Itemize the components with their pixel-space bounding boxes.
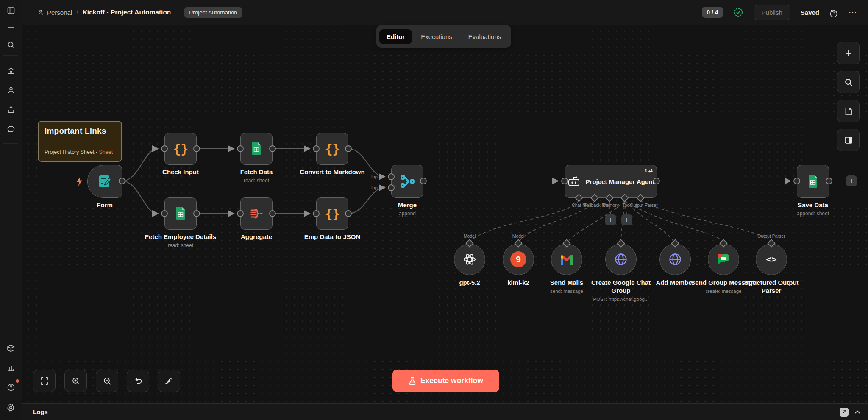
workflow-editor-app: Personal / Kickoff - Project Automation … (0, 0, 868, 420)
trigger-bolt-icon (75, 176, 84, 186)
sticky-note-title: Important Links (45, 126, 115, 136)
node-convert-to-markdown[interactable]: {} Convert to Markdown (316, 133, 348, 165)
merge-input1-label: Input 1 (371, 174, 385, 179)
agent-port-memory-label: Memory (603, 203, 619, 208)
canvas-search-button[interactable] (837, 71, 860, 93)
sidebar-divider (3, 143, 18, 144)
panel-right-icon (844, 136, 853, 145)
sidebar-insights-icon[interactable] (4, 361, 18, 375)
add-next-node-button[interactable]: + (846, 175, 857, 186)
workflow-canvas[interactable] (22, 25, 868, 403)
node-check-input[interactable]: {} Check Input (164, 133, 197, 165)
execute-workflow-button[interactable]: Execute workflow (392, 370, 499, 392)
kimi-icon: 9 (510, 251, 526, 267)
sidebar-home-icon[interactable] (4, 64, 18, 78)
workflow-title[interactable]: Kickoff - Project Automation (83, 8, 171, 16)
subnode-add-member[interactable]: Add Member (659, 244, 691, 275)
sidebar-share-icon[interactable] (4, 103, 18, 117)
http-globe-icon (614, 252, 628, 267)
subnode-structured-output-parser[interactable]: <> Structured Output Parser (756, 244, 787, 275)
agent-iterations-badge: 1⇄ (645, 167, 653, 174)
breadcrumb: Personal / Kickoff - Project Automation … (37, 7, 242, 18)
issues-counter[interactable]: 0 / 4 (702, 7, 723, 18)
sidebar-search-icon[interactable] (4, 38, 18, 52)
merge-input2-label: Input 2 (371, 185, 385, 190)
tab-editor[interactable]: Editor (379, 29, 412, 44)
undo-button[interactable] (127, 370, 149, 392)
subnode-send-mails[interactable]: Send Mails send: message (551, 244, 582, 275)
logs-popout-icon[interactable] (840, 408, 849, 417)
openai-icon (462, 252, 477, 267)
node-project-manager-agent[interactable]: Project Manager Agent 1⇄ (565, 165, 657, 198)
zoom-in-button[interactable] (64, 370, 87, 392)
toggle-right-panel-button[interactable] (837, 129, 860, 151)
logs-expand-chevron-icon[interactable] (854, 410, 860, 414)
breadcrumb-separator: / (76, 8, 78, 16)
fit-view-button[interactable] (33, 370, 56, 392)
tab-executions[interactable]: Executions (414, 29, 459, 44)
node-fetch-employee-details[interactable]: Fetch Employee Details read: sheet (164, 197, 197, 230)
person-icon (37, 9, 44, 16)
subnode-port-model-label: Model (464, 234, 476, 239)
logs-title: Logs (33, 409, 48, 415)
logs-panel-header[interactable]: Logs (22, 403, 868, 420)
sidebar-divider (3, 55, 18, 56)
google-sheets-icon (175, 206, 186, 221)
node-merge[interactable]: Merge append (391, 165, 423, 198)
sidebar-members-icon[interactable] (4, 83, 18, 97)
help-notification-dot (16, 379, 19, 383)
view-tabs: Editor Executions Evaluations (376, 25, 511, 48)
tidy-up-button[interactable] (158, 370, 180, 392)
aggregate-icon (249, 207, 264, 220)
left-sidebar (0, 0, 22, 420)
node-emp-data-to-json[interactable]: {} Emp Data to JSON (316, 197, 348, 230)
sticky-note-link[interactable]: Sheet (99, 149, 113, 155)
subnode-create-google-chat-group[interactable]: Create Google Chat Group POST: https://c… (605, 244, 637, 275)
publish-button[interactable]: Publish (754, 5, 790, 20)
node-save-data[interactable]: Save Data append: sheet (797, 165, 829, 198)
sidebar-templates-icon[interactable] (4, 341, 18, 356)
sidebar-chat-icon[interactable] (4, 122, 18, 136)
note-icon (844, 107, 853, 116)
google-sheets-icon (807, 174, 819, 189)
node-fetch-data[interactable]: Fetch Data read: sheet (240, 133, 273, 165)
add-tool-button[interactable]: + (621, 214, 632, 225)
subnode-send-group-message[interactable]: Send Group Message create: message (708, 244, 739, 275)
broom-icon (164, 376, 174, 386)
google-chat-icon (717, 253, 730, 266)
node-form-trigger[interactable]: Form (87, 165, 122, 198)
saved-status: Saved (801, 9, 819, 16)
plus-icon (844, 49, 853, 58)
sidebar-panel-toggle-icon[interactable] (4, 3, 18, 18)
subnode-port-model-label: Model (512, 234, 525, 239)
merge-icon (400, 174, 415, 189)
gmail-icon (560, 254, 573, 265)
sidebar-help-icon[interactable] (4, 380, 18, 395)
google-sheets-icon (250, 142, 262, 156)
search-icon (844, 78, 853, 87)
code-braces-icon: {} (325, 141, 339, 156)
history-icon[interactable] (829, 8, 838, 17)
sticky-note[interactable]: Important Links Project History Sheet - … (38, 121, 122, 162)
subnode-gpt-5-2[interactable]: gpt-5.2 (454, 244, 485, 275)
node-aggregate[interactable]: Aggregate (240, 197, 273, 230)
undo-icon (134, 376, 143, 386)
code-braces-icon: {} (325, 206, 339, 221)
sidebar-add-icon[interactable] (4, 20, 18, 35)
add-memory-button[interactable]: + (605, 214, 616, 225)
topbar-actions: 0 / 4 Publish Saved ⋯ (702, 0, 858, 25)
sidebar-settings-icon[interactable] (4, 400, 18, 414)
breadcrumb-workspace[interactable]: Personal (37, 9, 72, 16)
more-menu-icon[interactable]: ⋯ (849, 7, 858, 17)
workflow-check-icon[interactable] (733, 7, 743, 17)
zoom-out-button[interactable] (96, 370, 118, 392)
subnode-kimi-k2[interactable]: 9 kimi-k2 (503, 244, 534, 275)
tab-evaluations[interactable]: Evaluations (461, 29, 509, 44)
workflow-tag[interactable]: Project Automation (184, 7, 242, 18)
code-brackets-icon: <> (766, 254, 776, 264)
robot-agent-icon (567, 175, 581, 188)
top-bar: Personal / Kickoff - Project Automation … (22, 0, 868, 25)
code-braces-icon: {} (173, 141, 188, 156)
canvas-add-node-button[interactable] (837, 42, 860, 64)
add-sticky-note-button[interactable] (837, 100, 860, 122)
